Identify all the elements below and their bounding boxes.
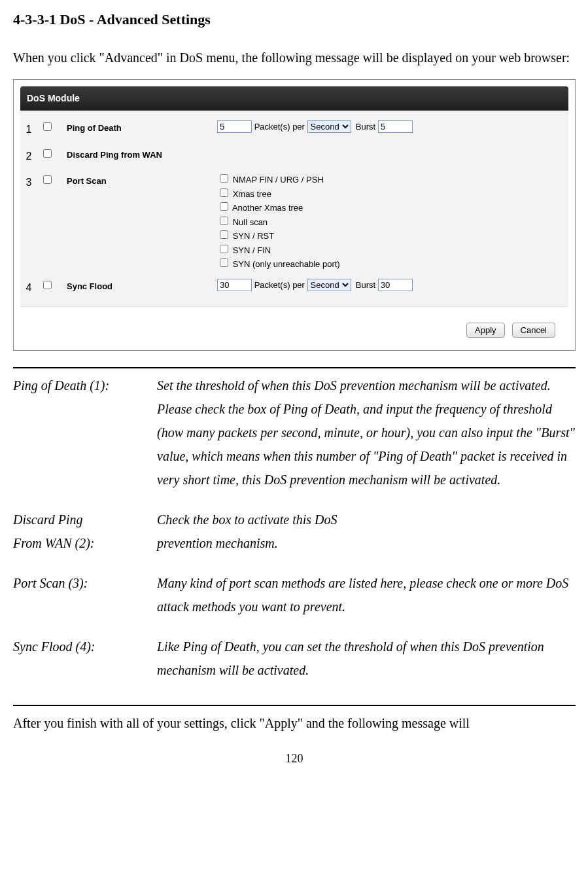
def-desc-discard-ping: Check the box to activate this DoS preve…	[157, 508, 576, 571]
button-row: Apply Cancel	[20, 306, 568, 344]
discard-ping-label: Discard Ping from WAN	[57, 146, 217, 162]
def-term-sync-flood: Sync Flood (4):	[13, 635, 157, 698]
def-term-discard-ping: Discard Ping From WAN (2):	[13, 508, 157, 571]
portscan-opt-checkbox[interactable]	[220, 188, 228, 197]
portscan-opt-checkbox[interactable]	[220, 217, 228, 225]
section-heading: 4-3-3-1 DoS - Advanced Settings	[13, 7, 576, 33]
discard-ping-checkbox[interactable]	[43, 149, 52, 158]
annotation-4: 4	[20, 277, 37, 298]
row-sync-flood: 4 Sync Flood Packet(s) per Second Burst	[20, 274, 568, 301]
portscan-opt-label: SYN (only unreachable port)	[233, 259, 340, 269]
definitions-table: Ping of Death (1): Set the threshold of …	[13, 374, 576, 698]
portscan-opt-label: Null scan	[233, 217, 268, 227]
row-discard-ping: 2 Discard Ping from WAN	[20, 143, 568, 169]
ping-of-death-burst-input[interactable]	[378, 120, 413, 133]
burst-label: Burst	[356, 280, 375, 290]
sync-flood-value-input[interactable]	[217, 279, 252, 291]
annotation-1: 1	[20, 119, 37, 139]
portscan-opt-label: NMAP FIN / URG / PSH	[233, 175, 324, 185]
sync-flood-checkbox[interactable]	[43, 281, 52, 289]
port-scan-label: Port Scan	[57, 172, 217, 188]
cancel-button[interactable]: Cancel	[512, 323, 555, 338]
definition-row: Discard Ping From WAN (2): Check the box…	[13, 508, 576, 571]
portscan-opt-label: Xmas tree	[233, 189, 271, 199]
packets-per-text: Packet(s) per	[254, 122, 305, 132]
divider	[13, 705, 576, 706]
sync-flood-label: Sync Flood	[57, 277, 217, 294]
portscan-opt-checkbox[interactable]	[220, 258, 228, 267]
port-scan-options: NMAP FIN / URG / PSH Xmas tree Another X…	[217, 172, 568, 271]
definition-row: Port Scan (3): Many kind of port scan me…	[13, 571, 576, 635]
portscan-opt-checkbox[interactable]	[220, 245, 228, 253]
burst-label: Burst	[356, 122, 375, 132]
module-title: DoS Module	[20, 86, 568, 111]
definition-row: Ping of Death (1): Set the threshold of …	[13, 374, 576, 508]
ping-of-death-unit-select[interactable]: Second	[307, 120, 351, 133]
def-desc-port-scan: Many kind of port scan methods are liste…	[157, 571, 576, 635]
outro-paragraph: After you finish with all of your settin…	[13, 711, 576, 735]
row-port-scan: 3 Port Scan NMAP FIN / URG / PSH Xmas tr…	[20, 169, 568, 274]
divider	[13, 367, 576, 368]
portscan-opt-checkbox[interactable]	[220, 202, 228, 211]
portscan-opt-label: SYN / RST	[233, 231, 275, 241]
def-term-port-scan: Port Scan (3):	[13, 571, 157, 635]
ping-of-death-value-input[interactable]	[217, 120, 252, 133]
def-term-ping-of-death: Ping of Death (1):	[13, 374, 157, 508]
port-scan-checkbox[interactable]	[43, 175, 52, 184]
portscan-opt-label: Another Xmas tree	[232, 203, 303, 213]
ping-of-death-checkbox[interactable]	[43, 122, 52, 131]
module-body: 1 Ping of Death Packet(s) per Second Bur…	[20, 111, 568, 306]
page-number: 120	[13, 748, 576, 769]
portscan-opt-checkbox[interactable]	[220, 174, 228, 183]
def-desc-ping-of-death: Set the threshold of when this DoS preve…	[157, 374, 576, 508]
sync-flood-unit-select[interactable]: Second	[307, 279, 351, 291]
ping-of-death-label: Ping of Death	[57, 119, 217, 135]
def-desc-sync-flood: Like Ping of Death, you can set the thre…	[157, 635, 576, 698]
screenshot-figure: DoS Module 1 Ping of Death Packet(s) per…	[13, 79, 576, 351]
apply-button[interactable]: Apply	[466, 323, 505, 338]
annotation-3: 3	[20, 172, 37, 192]
intro-paragraph: When you click "Advanced" in DoS menu, t…	[13, 46, 576, 69]
definition-row: Sync Flood (4): Like Ping of Death, you …	[13, 635, 576, 698]
annotation-2: 2	[20, 146, 37, 166]
portscan-opt-checkbox[interactable]	[220, 230, 228, 239]
row-ping-of-death: 1 Ping of Death Packet(s) per Second Bur…	[20, 116, 568, 143]
portscan-opt-label: SYN / FIN	[233, 245, 271, 255]
sync-flood-burst-input[interactable]	[378, 279, 413, 291]
packets-per-text: Packet(s) per	[254, 280, 305, 290]
